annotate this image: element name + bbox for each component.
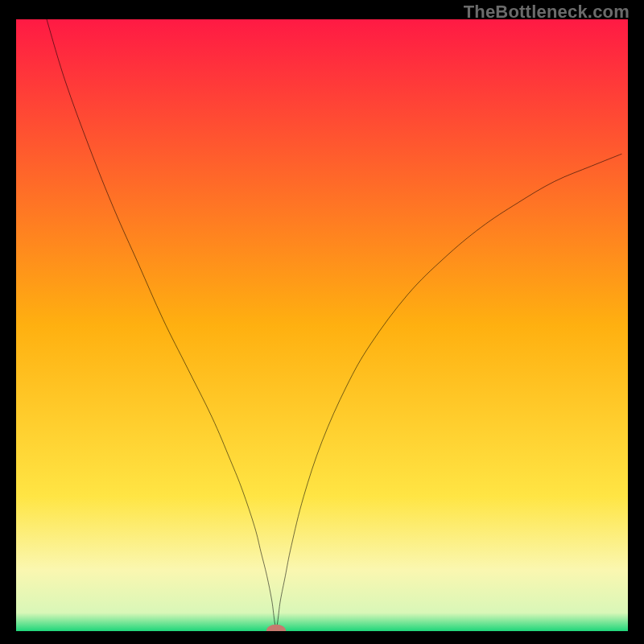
chart-canvas: TheBottleneck.com bbox=[0, 0, 644, 644]
gradient-background bbox=[16, 19, 628, 631]
chart-plot bbox=[16, 19, 628, 631]
